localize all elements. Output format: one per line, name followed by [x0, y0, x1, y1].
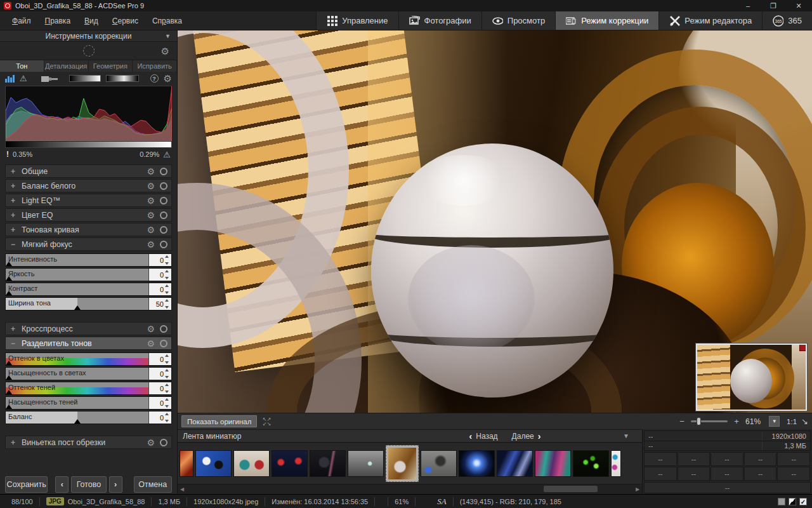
menu-вид[interactable]: Вид — [79, 17, 104, 25]
exposure-warning-icon[interactable]: ⚠ — [20, 74, 27, 83]
spinner-icon[interactable] — [165, 354, 170, 364]
settings-gear-icon[interactable]: ⚙ — [164, 74, 172, 83]
expand-icon[interactable]: + — [10, 438, 16, 447]
expand-icon[interactable]: + — [10, 211, 16, 220]
histogram-icon[interactable] — [5, 74, 15, 83]
shadow-clip-icon[interactable]: ! — [6, 150, 9, 159]
brush-icon[interactable] — [41, 74, 58, 83]
spinner-icon[interactable] — [165, 369, 170, 378]
previous-button[interactable]: ‹ — [55, 476, 69, 493]
group-settings-icon[interactable]: ⚙ — [147, 438, 155, 447]
slider-marker[interactable] — [6, 262, 12, 266]
group-settings-icon[interactable]: ⚙ — [147, 225, 155, 234]
radial-gradient-tool[interactable] — [106, 75, 139, 82]
thumbnail-gray-small-sphere[interactable] — [348, 450, 384, 477]
thumbnail-fractal-colors[interactable] — [535, 450, 571, 477]
spinner-icon[interactable] — [165, 255, 170, 265]
forward-chevron-icon[interactable]: › — [538, 431, 541, 441]
thumbnail-letters-white[interactable] — [611, 450, 621, 477]
actual-size-button[interactable]: 1:1 — [787, 418, 797, 425]
slider-value[interactable]: 50 — [148, 298, 171, 310]
slider-marker[interactable] — [74, 305, 81, 310]
linear-gradient-tool[interactable] — [69, 75, 101, 82]
expand-icon[interactable]: + — [10, 324, 16, 333]
slider-marker[interactable] — [6, 276, 12, 281]
fullscreen-icon[interactable]: ↖↗↙↘ — [262, 417, 271, 426]
slider-value[interactable]: 0 — [148, 368, 171, 380]
histogram-panel[interactable] — [5, 86, 172, 148]
slider-marker[interactable] — [6, 361, 12, 365]
slider-баланс[interactable]: Баланс0 — [5, 411, 172, 424]
thumbnail-current-orange-spheres-selected[interactable] — [386, 445, 419, 482]
thumbnail-green-clusters[interactable] — [573, 450, 609, 477]
zoom-slider-thumb[interactable] — [697, 417, 701, 425]
slider-marker[interactable] — [6, 390, 12, 394]
tool-tab-геометрия[interactable]: Геометрия — [89, 60, 133, 72]
group-header-тоновая-кривая[interactable]: +Тоновая кривая⚙ — [5, 223, 172, 236]
group-header-общие[interactable]: +Общие⚙ — [5, 164, 172, 178]
navigator-close-icon[interactable] — [799, 345, 806, 351]
zoom-dropdown-button[interactable]: ▼ — [769, 416, 780, 427]
slider-насыщенность-в-светах[interactable]: Насыщенность в светах0 — [5, 367, 172, 380]
minimize-button[interactable]: – — [743, 2, 752, 10]
group-toggle-icon[interactable] — [160, 226, 167, 234]
highlight-clip-icon[interactable]: ⚠ — [163, 150, 171, 159]
slider-ширина-тона[interactable]: Ширина тона50 — [5, 297, 172, 311]
panel-header[interactable]: Инструменты коррекции ▼ — [0, 30, 177, 42]
group-settings-icon[interactable]: ⚙ — [147, 182, 155, 190]
group-header-мягкий-фокус[interactable]: −Мягкий фокус⚙ — [5, 237, 172, 251]
mode-tab-режим-коррекции[interactable]: Режим коррекции — [555, 11, 658, 30]
thumbnail-blue-ribbons[interactable] — [497, 450, 533, 477]
slider-value[interactable]: 0 — [148, 382, 171, 394]
forward-link[interactable]: Далее — [512, 432, 534, 441]
group-toggle-icon[interactable] — [160, 168, 167, 175]
gray-swatch-icon[interactable] — [778, 498, 785, 505]
group-header-цвет-eq[interactable]: +Цвет EQ⚙ — [5, 208, 172, 222]
cancel-button[interactable]: Отмена — [134, 476, 172, 493]
expand-icon[interactable]: + — [10, 182, 16, 190]
navigator-overlay[interactable] — [696, 344, 807, 411]
thumbnail-ornament-spheres[interactable] — [233, 450, 270, 477]
spinner-icon[interactable] — [165, 299, 170, 309]
main-image-canvas[interactable] — [178, 30, 812, 413]
show-original-button[interactable]: Показать оригинал — [181, 415, 257, 427]
slider-value[interactable]: 0 — [148, 353, 171, 365]
slider-value[interactable]: 0 — [148, 283, 171, 295]
help-icon[interactable]: ? — [150, 74, 159, 83]
thumbnail-gray-spider-spheres[interactable] — [421, 450, 457, 477]
menu-правка[interactable]: Правка — [39, 17, 77, 25]
tool-tab-детализация[interactable]: Детализация — [44, 60, 89, 72]
spinner-icon[interactable] — [165, 398, 170, 408]
slider-яркость[interactable]: Яркость0 — [5, 268, 172, 281]
group-toggle-icon[interactable] — [160, 439, 167, 446]
scroll-left-arrow[interactable]: ◀ — [178, 486, 187, 492]
slider-value[interactable]: 0 — [148, 397, 171, 409]
back-chevron-icon[interactable]: ‹ — [469, 431, 473, 441]
spinner-icon[interactable] — [165, 270, 170, 279]
group-header-light-eq-[interactable]: +Light EQ™⚙ — [5, 194, 172, 207]
thumbnail-red-crystals[interactable] — [180, 450, 193, 477]
group-header-кросспроцесс[interactable]: +Кросспроцесс⚙ — [5, 322, 172, 335]
slider-value[interactable]: 0 — [148, 269, 171, 281]
tool-tab-тон[interactable]: Тон — [0, 60, 44, 72]
contrast-swatch-icon[interactable] — [789, 498, 796, 505]
filmstrip-scrollbar[interactable]: ◀ ▶ — [178, 484, 642, 493]
mode-tab-просмотр[interactable]: Просмотр — [481, 11, 555, 30]
menu-файл[interactable]: Файл — [6, 17, 37, 25]
zoom-out-button[interactable]: − — [678, 417, 686, 426]
slider-насыщенность-теней[interactable]: Насыщенность теней0 — [5, 396, 172, 410]
mode-tab-365[interactable]: 365365 — [762, 11, 812, 30]
group-toggle-icon[interactable] — [160, 182, 167, 190]
group-settings-icon[interactable]: ⚙ — [147, 339, 155, 348]
collapse-icon[interactable]: − — [10, 240, 16, 249]
group-settings-icon[interactable]: ⚙ — [147, 324, 155, 333]
chevron-down-icon[interactable]: ▼ — [165, 33, 171, 39]
group-header-разделитель-тонов[interactable]: −Разделитель тонов⚙ — [5, 337, 172, 350]
collapse-icon[interactable]: − — [10, 339, 16, 348]
group-header-виньетка-пост-обрезки[interactable]: +Виньетка пост обрезки⚙ — [5, 436, 172, 449]
slider-value[interactable]: 0 — [148, 254, 171, 266]
thumbnail-red-orbs-dark[interactable] — [272, 450, 308, 477]
restore-button[interactable]: ❐ — [769, 2, 778, 10]
save-button[interactable]: Сохранить — [5, 476, 48, 493]
thumbnail-dark-spheres-streak[interactable] — [310, 450, 346, 477]
